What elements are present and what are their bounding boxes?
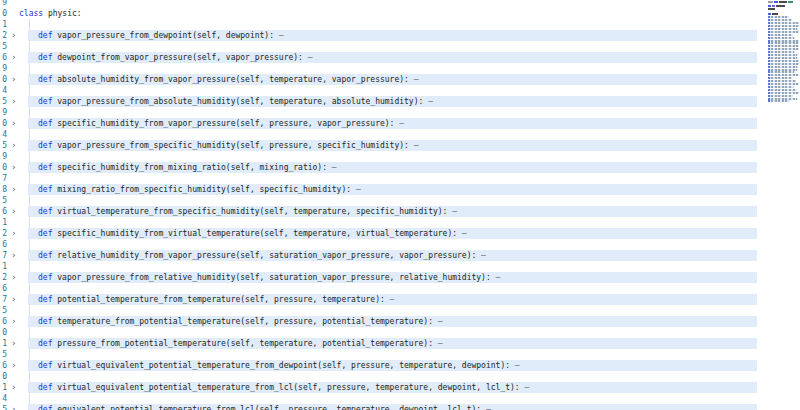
folded-region-marker[interactable]: – xyxy=(385,295,395,304)
minimap-keyword-mark xyxy=(768,95,770,97)
line-number: 6 xyxy=(0,206,7,217)
minimap-keyword-mark xyxy=(768,77,770,79)
code-line-folded-def[interactable]: 5›def equivalent_potential_temperature_f… xyxy=(0,404,758,410)
code-line-folded-def[interactable]: 7›def potential_temperature_from_tempera… xyxy=(0,294,758,305)
code-line-folded-def[interactable]: 7›def relative_humidity_from_vapor_press… xyxy=(0,250,758,261)
minimap-keyword-mark xyxy=(768,51,770,53)
fold-chevron-icon[interactable]: › xyxy=(11,272,16,283)
minimap-text-mark xyxy=(771,25,798,27)
minimap-text-mark xyxy=(771,40,798,42)
line-number: 5 xyxy=(0,349,7,360)
fold-chevron-icon[interactable]: › xyxy=(11,74,16,85)
code-line-folded-def[interactable]: 6›def virtual_temperature_from_specific_… xyxy=(0,206,758,217)
code-text: class physic: xyxy=(19,8,82,19)
fold-chevron-icon[interactable]: › xyxy=(11,96,16,107)
minimap-def-line xyxy=(768,45,799,47)
folded-region-marker[interactable]: – xyxy=(327,163,337,172)
code-line-folded-def[interactable]: 5›def vapor_pressure_from_specific_humid… xyxy=(0,140,758,151)
line-number: 1 xyxy=(0,261,7,272)
minimap-token xyxy=(774,1,778,3)
code-line-folded-def[interactable]: 6›def temperature_from_potential_tempera… xyxy=(0,316,758,327)
fold-chevron-icon[interactable]: › xyxy=(11,206,16,217)
minimap[interactable] xyxy=(766,0,800,410)
minimap-text-mark xyxy=(771,45,798,47)
folded-region-marker[interactable]: – xyxy=(476,251,486,260)
fold-chevron-icon[interactable]: › xyxy=(11,294,16,305)
code-line-folded-def[interactable]: 0›def absolute_humidity_from_vapor_press… xyxy=(0,74,758,85)
code-line-folded-def[interactable]: 2›def vapor_pressure_from_relative_humid… xyxy=(0,272,758,283)
fold-chevron-icon[interactable]: › xyxy=(11,250,16,261)
code-text: def virtual_equivalent_potential_tempera… xyxy=(38,382,529,393)
line-number: 0 xyxy=(0,118,7,129)
line-number: 6 xyxy=(0,239,7,250)
line-number: 0 xyxy=(0,327,7,338)
minimap-text-mark xyxy=(771,37,794,39)
folded-region-marker[interactable]: – xyxy=(409,75,419,84)
minimap-token xyxy=(768,13,771,15)
fold-chevron-icon[interactable]: › xyxy=(11,360,16,371)
minimap-text-mark xyxy=(771,74,798,76)
folded-region-marker[interactable]: – xyxy=(491,273,501,282)
folded-region-marker[interactable]: – xyxy=(457,229,467,238)
code-line-folded-def[interactable]: 1›def virtual_equivalent_potential_tempe… xyxy=(0,382,758,393)
folded-region-marker[interactable]: – xyxy=(423,97,433,106)
fold-chevron-icon[interactable]: › xyxy=(11,30,16,41)
line-number: 9 xyxy=(0,0,7,8)
fold-chevron-icon[interactable]: › xyxy=(11,382,16,393)
minimap-token xyxy=(772,13,778,15)
folded-region-marker[interactable]: – xyxy=(274,31,284,40)
keyword-token: def xyxy=(38,273,57,282)
keyword-token: def xyxy=(38,53,57,62)
minimap-text-mark xyxy=(771,22,798,24)
folded-region-marker[interactable]: – xyxy=(447,207,457,216)
line-number: 5 xyxy=(0,96,7,107)
minimap-text-mark xyxy=(771,63,798,65)
minimap-header-line xyxy=(768,13,778,15)
folded-region-marker[interactable]: – xyxy=(303,53,313,62)
minimap-def-line xyxy=(768,86,794,88)
folded-region-marker[interactable]: – xyxy=(433,339,443,348)
code-line-folded-def[interactable]: 6›def virtual_equivalent_potential_tempe… xyxy=(0,360,758,371)
code-line-folded-def[interactable]: 2›def vapor_pressure_from_dewpoint(self,… xyxy=(0,30,758,41)
minimap-token xyxy=(768,1,773,3)
folded-region-marker[interactable]: – xyxy=(394,119,404,128)
fold-chevron-icon[interactable]: › xyxy=(11,52,16,63)
code-text: def absolute_humidity_from_vapor_pressur… xyxy=(38,74,419,85)
code-line-folded-def[interactable]: 2›def specific_humidity_from_virtual_tem… xyxy=(0,228,758,239)
folded-region-marker[interactable]: – xyxy=(481,405,491,410)
folded-region-marker[interactable]: – xyxy=(433,317,443,326)
fold-chevron-icon[interactable]: › xyxy=(11,316,16,327)
code-line-folded-def[interactable]: 5›def vapor_pressure_from_absolute_humid… xyxy=(0,96,758,107)
code-text: def relative_humidity_from_vapor_pressur… xyxy=(38,250,486,261)
code-line-folded-def[interactable]: 0›def specific_humidity_from_mixing_rati… xyxy=(0,162,758,173)
fold-chevron-icon[interactable]: › xyxy=(11,162,16,173)
code-line-folded-def[interactable]: 0›def specific_humidity_from_vapor_press… xyxy=(0,118,758,129)
folded-region-marker[interactable]: – xyxy=(351,185,361,194)
code-line-class[interactable]: 0class physic: xyxy=(0,8,758,19)
signature-token: dewpoint_from_vapor_pressure(self, vapor… xyxy=(57,53,303,62)
code-line-folded-def[interactable]: 6›def dewpoint_from_vapor_pressure(self,… xyxy=(0,52,758,63)
minimap-keyword-mark xyxy=(768,48,770,50)
fold-chevron-icon[interactable]: › xyxy=(11,228,16,239)
signature-token: equivalent_potential_temperature_from_lc… xyxy=(57,405,481,410)
fold-chevron-icon[interactable]: › xyxy=(11,118,16,129)
folded-region-marker[interactable]: – xyxy=(510,361,520,370)
fold-chevron-icon[interactable]: › xyxy=(11,338,16,349)
code-line-folded-def[interactable]: 1›def pressure_from_potential_temperatur… xyxy=(0,338,758,349)
line-number: 4 xyxy=(0,393,7,404)
code-line-folded-def[interactable]: 8›def mixing_ratio_from_specific_humidit… xyxy=(0,184,758,195)
keyword-token: def xyxy=(38,339,57,348)
fold-chevron-icon[interactable]: › xyxy=(11,184,16,195)
minimap-def-line xyxy=(768,74,799,76)
fold-chevron-icon[interactable]: › xyxy=(11,404,16,410)
keyword-token: def xyxy=(38,97,57,106)
keyword-token: class xyxy=(19,9,48,18)
minimap-def-line xyxy=(768,89,797,91)
code-line-blank: 1 xyxy=(0,217,758,228)
folded-region-marker[interactable]: – xyxy=(409,141,419,150)
folded-region-marker[interactable]: – xyxy=(520,383,530,392)
code-line-blank: 9 xyxy=(0,63,758,74)
code-line-blank: 9 xyxy=(0,107,758,118)
minimap-keyword-mark xyxy=(768,28,770,30)
fold-chevron-icon[interactable]: › xyxy=(11,140,16,151)
